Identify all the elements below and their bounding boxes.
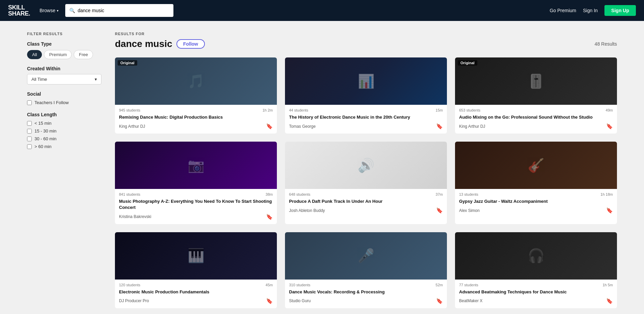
- card-author: Kristina Bakrevski: [119, 214, 151, 219]
- card-item[interactable]: 🔊 648 students 37m Produce A Daft Punk T…: [285, 142, 447, 224]
- card-title: Dance Music Vocals: Recording & Processi…: [289, 289, 443, 295]
- bookmark-icon[interactable]: 🔖: [606, 207, 613, 214]
- results-title-row: dance music Follow: [115, 39, 205, 49]
- class-type-buttons: All Premium Free: [27, 50, 101, 59]
- card-item[interactable]: 📷 841 students 38m Music Photography A-Z…: [115, 142, 277, 224]
- card-meta: 648 students 37m: [289, 192, 443, 196]
- card-item[interactable]: 🎹 120 students 45m Electronic Music Prod…: [115, 232, 277, 308]
- length-under-15-checkbox[interactable]: [27, 121, 32, 126]
- thumb-emoji-icon: 📷: [188, 158, 205, 173]
- card-author-row: Alex Simon 🔖: [459, 207, 613, 214]
- thumb-emoji-icon: 🎚️: [528, 73, 545, 89]
- type-btn-all[interactable]: All: [27, 50, 42, 59]
- card-item[interactable]: 🎸 13 students 1h 18m Gypsy Jazz Guitar -…: [455, 142, 617, 224]
- browse-button[interactable]: Browse ▾: [40, 8, 58, 13]
- length-30-60-row: 30 - 60 min: [27, 136, 101, 141]
- results-query-title: dance music: [115, 39, 172, 49]
- card-author: Alex Simon: [459, 208, 480, 213]
- card-title: Advanced Beatmaking Techniques for Dance…: [459, 289, 613, 295]
- follow-button[interactable]: Follow: [176, 39, 205, 49]
- type-btn-free[interactable]: Free: [74, 50, 93, 59]
- bookmark-icon[interactable]: 🔖: [436, 123, 443, 129]
- card-author-row: King Arthur DJ 🔖: [459, 123, 613, 129]
- bookmark-icon[interactable]: 🔖: [606, 123, 613, 129]
- length-15-30-checkbox[interactable]: [27, 129, 32, 134]
- card-body: 648 students 37m Produce A Daft Punk Tra…: [285, 189, 447, 218]
- card-author-row: Josh Ableton Buddy 🔖: [289, 207, 443, 214]
- card-body: 13 students 1h 18m Gypsy Jazz Guitar - W…: [455, 189, 617, 218]
- card-thumbnail: 📷: [115, 142, 277, 189]
- card-title: Gypsy Jazz Guitar - Waltz Accompaniment: [459, 198, 613, 204]
- card-title: Audio Mixing on the Go: Professional Sou…: [459, 114, 613, 120]
- card-badge: Original: [118, 60, 137, 66]
- card-author-row: Kristina Bakrevski 🔖: [119, 214, 273, 220]
- card-author: King Arthur DJ: [459, 124, 485, 129]
- class-length-label: Class Length: [27, 112, 101, 117]
- card-meta: 945 students 1h 2m: [119, 108, 273, 112]
- bookmark-icon[interactable]: 🔖: [266, 214, 273, 220]
- card-title: Remixing Dance Music: Digital Production…: [119, 114, 273, 120]
- card-thumbnail-wrapper: 🎹: [115, 232, 277, 280]
- card-author-row: DJ Producer Pro 🔖: [119, 298, 273, 304]
- card-meta: 77 students 1h 5m: [459, 283, 613, 287]
- card-author: DJ Producer Pro: [119, 298, 149, 303]
- card-duration: 15m: [436, 108, 443, 112]
- card-item[interactable]: 📊 44 students 15m The History of Electro…: [285, 57, 447, 134]
- card-item[interactable]: 🎚️ Original 653 students 49m Audio Mixin…: [455, 57, 617, 134]
- length-30-60-label: 30 - 60 min: [34, 136, 56, 141]
- chevron-down-icon: ▾: [95, 77, 97, 82]
- card-thumbnail: 🎧: [455, 232, 617, 280]
- bookmark-icon[interactable]: 🔖: [606, 298, 613, 304]
- card-thumbnail-wrapper: 🎚️ Original: [455, 57, 617, 105]
- thumb-emoji-icon: 🎤: [358, 248, 375, 264]
- card-item[interactable]: 🎧 77 students 1h 5m Advanced Beatmaking …: [455, 232, 617, 308]
- logo-line2: SHARE.: [8, 10, 30, 17]
- search-bar: 🔍: [65, 4, 173, 17]
- bookmark-icon[interactable]: 🔖: [436, 298, 443, 304]
- card-thumbnail: 📊: [285, 57, 447, 105]
- card-body: 841 students 38m Music Photography A-Z: …: [115, 189, 277, 224]
- bookmark-icon[interactable]: 🔖: [266, 123, 273, 129]
- thumb-emoji-icon: 🎵: [188, 73, 205, 89]
- header: SKILL SHARE. Browse ▾ 🔍 Go Premium Sign …: [0, 0, 644, 21]
- card-duration: 38m: [266, 192, 273, 196]
- browse-label: Browse: [40, 8, 55, 13]
- card-students: 44 students: [289, 108, 308, 112]
- thumb-emoji-icon: 🎸: [528, 158, 545, 173]
- class-length-section: Class Length < 15 min 15 - 30 min 30 - 6…: [27, 112, 101, 149]
- card-item[interactable]: 🎵 Original 945 students 1h 2m Remixing D…: [115, 57, 277, 134]
- thumb-emoji-icon: 🔊: [358, 158, 375, 173]
- length-under-15-label: < 15 min: [34, 121, 51, 126]
- card-meta: 653 students 49m: [459, 108, 613, 112]
- sign-in-button[interactable]: Sign In: [583, 8, 598, 13]
- card-badge: Original: [458, 60, 477, 66]
- filter-results-title: FILTER RESULTS: [27, 32, 101, 36]
- thumb-emoji-icon: 📊: [358, 73, 375, 89]
- card-author-row: King Arthur DJ 🔖: [119, 123, 273, 129]
- results-area: RESULTS FOR dance music Follow 48 Result…: [115, 32, 617, 308]
- card-item[interactable]: 🎤 310 students 52m Dance Music Vocals: R…: [285, 232, 447, 308]
- card-author: Tomas George: [289, 124, 316, 129]
- card-students: 841 students: [119, 192, 140, 196]
- card-thumbnail-wrapper: 📊: [285, 57, 447, 105]
- length-30-60-checkbox[interactable]: [27, 137, 32, 141]
- go-premium-button[interactable]: Go Premium: [550, 8, 576, 13]
- chevron-down-icon: ▾: [57, 9, 58, 13]
- length-over-60-checkbox[interactable]: [27, 144, 32, 149]
- card-duration: 1h 5m: [602, 283, 613, 287]
- social-section: Social Teachers I Follow: [27, 91, 101, 105]
- social-label: Social: [27, 91, 101, 97]
- card-students: 77 students: [459, 283, 478, 287]
- bookmark-icon[interactable]: 🔖: [436, 207, 443, 214]
- created-within-dropdown[interactable]: All Time ▾: [27, 74, 101, 84]
- teachers-follow-row: Teachers I Follow: [27, 100, 101, 105]
- card-meta: 120 students 45m: [119, 283, 273, 287]
- card-thumbnail: 🔊: [285, 142, 447, 189]
- card-author: Josh Ableton Buddy: [289, 208, 325, 213]
- search-input[interactable]: [78, 8, 169, 13]
- type-btn-premium[interactable]: Premium: [44, 50, 72, 59]
- created-within-section: Created Within All Time ▾: [27, 66, 101, 84]
- bookmark-icon[interactable]: 🔖: [266, 298, 273, 304]
- sign-up-button[interactable]: Sign Up: [604, 5, 636, 16]
- teachers-follow-checkbox[interactable]: [27, 100, 32, 105]
